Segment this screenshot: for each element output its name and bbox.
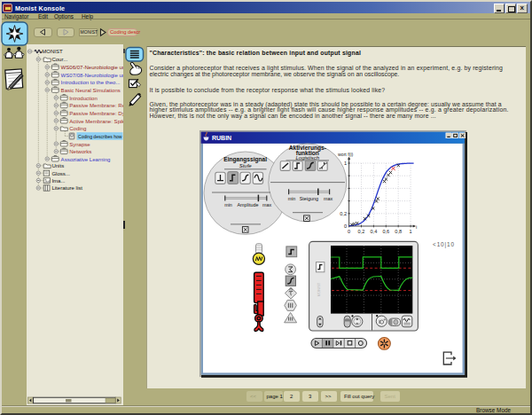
svg-text:Assoziative Learning: Assoziative Learning (61, 157, 111, 162)
svg-text:0,6: 0,6 (382, 229, 389, 234)
svg-text:1: 1 (410, 229, 412, 234)
svg-text:Synapse: Synapse (69, 142, 90, 147)
svg-text:0,8: 0,8 (395, 229, 402, 234)
svg-text:Units: Units (51, 163, 64, 168)
svg-text:Introduction: Introduction (69, 96, 98, 101)
svg-text:Introduction to the theo...: Introduction to the theo... (61, 80, 121, 85)
svg-text:MONIST: MONIST (42, 49, 63, 54)
svg-text:<10|10: <10|10 (433, 241, 455, 248)
svg-text:Literature list: Literature list (51, 185, 82, 191)
svg-text:Stufe: Stufe (239, 163, 253, 168)
svg-text:Networks: Networks (69, 149, 91, 154)
svg-text:1: 1 (344, 161, 347, 166)
svg-text:Cour...: Cour... (51, 57, 67, 62)
svg-text:Steigung: Steigung (300, 196, 318, 201)
svg-text:MONIST: MONIST (317, 282, 321, 296)
svg-text:Logistisch: Logistisch (295, 155, 319, 161)
svg-text:0: 0 (348, 229, 350, 234)
svg-text:Ima...: Ima... (51, 178, 65, 184)
svg-text:Coding: Coding (69, 126, 86, 131)
svg-text:min: min (224, 202, 232, 208)
svg-text:Active Membrane: Spikes: Active Membrane: Spikes (69, 119, 123, 124)
svg-text:max: max (324, 196, 332, 201)
svg-text:Basic Neural Simulations: Basic Neural Simulations (61, 88, 121, 93)
svg-text:Gloss...: Gloss... (51, 171, 70, 176)
svg-text:Passive Membrane: Restin: Passive Membrane: Restin (69, 103, 123, 108)
svg-text:0,2: 0,2 (358, 229, 365, 234)
svg-text:max: max (262, 202, 271, 208)
svg-text:min: min (288, 196, 296, 201)
svg-text:wort f(i): wort f(i) (338, 152, 354, 157)
svg-text:Coding describes how: Coding describes how (78, 134, 122, 139)
svg-text:RUBIN: RUBIN (212, 135, 231, 141)
svg-text:Passive Membrane: Dynan: Passive Membrane: Dynan (69, 111, 123, 116)
svg-text:WS06/07-Neurobiologie un...: WS06/07-Neurobiologie un... (61, 65, 123, 70)
svg-text:0,2: 0,2 (340, 211, 347, 216)
svg-text:i: i (416, 224, 417, 230)
svg-text:Amplitude: Amplitude (237, 202, 258, 208)
svg-text:0: 0 (344, 223, 347, 229)
svg-text:WS07/08-Neurobiologie un...: WS07/08-Neurobiologie un... (61, 73, 123, 78)
svg-text:0,4: 0,4 (371, 229, 378, 234)
